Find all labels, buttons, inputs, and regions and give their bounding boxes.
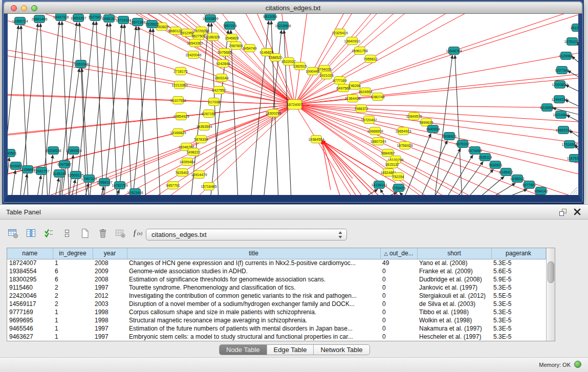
graph-node[interactable]: 12213383 [171,81,187,89]
citation-network-graph[interactable]: 1872400718300295193845542718176122133831… [8,14,578,195]
graph-node[interactable]: 19166829 [170,129,186,137]
graph-node[interactable]: 2935114 [478,154,492,161]
graph-node[interactable]: 1677552 [522,181,536,189]
graph-node[interactable]: 14355724 [12,17,28,25]
table-row[interactable]: 946554611997Estimation of the future num… [7,324,546,333]
graph-node[interactable]: 12093832 [552,81,568,89]
table-row[interactable]: 946362711997Embryonic stem cells: a mode… [7,333,546,341]
graph-node[interactable]: 6466160 [102,15,116,23]
graph-node[interactable]: 6879197 [455,140,469,148]
graph-node[interactable]: 20691406 [31,15,47,23]
graph-node[interactable]: 1498222 [186,148,200,156]
graph-node[interactable]: 3624554 [358,88,372,96]
graph-node[interactable]: 12849575 [406,113,422,120]
graph-node[interactable]: 9457791 [166,182,180,189]
graph-node[interactable]: 6497568 [336,84,350,92]
graph-node[interactable]: 18724007 [287,100,302,110]
graph-node[interactable]: 2803144 [214,74,228,82]
graph-node[interactable]: 9474444 [468,147,482,155]
graph-node[interactable]: 12444154 [551,96,567,103]
create-column-button[interactable] [79,228,91,240]
delete-table-button[interactable] [115,228,127,240]
resize-grip[interactable] [571,187,577,194]
table-selector-dropdown[interactable]: citations_edges.txt [146,229,347,240]
graph-node[interactable]: 9129966 [559,52,573,60]
graph-node[interactable]: 8186328 [206,33,220,41]
graph-node[interactable]: 1546828 [225,34,238,42]
graph-node[interactable]: 9777169 [333,77,346,84]
table-row[interactable]: 911546021997Tourette syndrome. Phenomeno… [7,283,546,292]
graph-node[interactable]: 2718176 [173,68,187,75]
graph-node[interactable]: 12325419 [332,29,347,37]
column-header-out_de[interactable]: △out_de... [380,248,417,259]
vertical-scrollbar[interactable] [546,248,555,341]
graph-node[interactable]: 1145194 [53,170,67,178]
table-row[interactable]: 1872400712008Changes of HCN gene express… [7,259,546,267]
column-header-year[interactable]: year [93,248,127,259]
column-header-short[interactable]: short [417,248,491,259]
graph-node[interactable]: 16782759 [112,182,127,189]
graph-node[interactable]: 17016504 [561,141,577,148]
graph-node[interactable]: 18437118 [53,14,69,21]
function-builder-button[interactable]: f(x) [133,228,145,240]
graph-node[interactable]: 15692971 [555,126,571,134]
scrollbar-thumb[interactable] [548,261,554,283]
graph-node[interactable]: 9827508 [191,32,205,40]
memory-status-icon[interactable] [574,361,581,368]
graph-node[interactable]: 7515526 [145,20,159,28]
graph-node[interactable]: 20206536 [45,147,61,155]
graph-node[interactable]: 8938923 [442,133,456,140]
window-titlebar[interactable]: citations_edges.txt [4,2,582,14]
column-header-in_degree[interactable]: in_degree [53,248,93,259]
graph-node[interactable]: 1588520 [268,54,282,61]
graph-node[interactable]: 7955812 [363,55,377,63]
graph-node[interactable]: 14136141 [371,181,387,189]
graph-node[interactable]: 1640934 [426,125,440,133]
table-row[interactable]: 1456911722003Disruption of a novel membe… [7,300,546,308]
table-row[interactable]: 1830029562008Estimation of significance … [7,275,546,283]
graph-node[interactable]: 16210643 [553,111,569,119]
graph-node[interactable]: 746266 [349,82,360,90]
float-panel-icon[interactable] [558,208,568,217]
graph-node[interactable]: 21364436 [344,95,360,102]
tab-edge-table[interactable]: Edge Table [267,345,314,355]
graph-node[interactable]: 1921028 [319,72,333,79]
graph-node[interactable]: 15716485 [201,183,216,190]
graph-node[interactable]: 1362615 [293,62,307,70]
graph-node[interactable]: 8813054 [263,14,277,20]
select-rows-button[interactable] [43,228,55,240]
graph-node[interactable]: 10719184 [115,16,131,24]
graph-node[interactable]: 8145412 [499,168,513,176]
column-header-name[interactable]: name [7,248,53,259]
table-row[interactable]: 969969511998Structural magnetic resonanc… [7,316,546,324]
graph-node[interactable]: 9097587 [57,161,71,168]
graph-node[interactable]: 1064142 [534,187,548,195]
graph-node[interactable]: 9245012 [510,175,524,183]
graph-node[interactable]: 8267150 [202,110,215,118]
graph-node[interactable]: 13640910 [344,37,360,45]
graph-node[interactable]: 12923446 [127,189,143,195]
graph-node[interactable]: 7857224 [223,22,236,30]
graph-node[interactable]: 8454749 [243,45,256,52]
graph-node[interactable]: 7632621 [488,161,502,169]
column-functions-button[interactable] [7,228,19,240]
show-columns-button[interactable] [25,228,37,240]
graph-node[interactable]: 19854925 [173,113,189,120]
graph-node[interactable]: 7986372 [354,105,368,113]
graph-node[interactable]: 917008 [208,98,220,106]
graph-node[interactable]: 5975685 [217,49,231,56]
graph-node[interactable]: 8427552 [212,86,226,94]
graph-node[interactable]: 21053346 [73,60,89,68]
close-panel-icon[interactable] [573,207,582,216]
tab-network-table[interactable]: Network Table [313,345,369,355]
graph-node[interactable]: 752254 [392,173,404,181]
graph-node[interactable]: 1512304 [570,24,578,32]
graph-node[interactable]: 10653287 [70,14,86,22]
graph-node[interactable]: 12942757 [33,167,49,175]
table-row[interactable]: 1938455462009Genome-wide association stu… [7,267,546,275]
table-row[interactable]: 977716911998Corpus callosum shape and si… [7,308,546,316]
table-row[interactable]: 2242004622012Investigating the contribut… [7,292,546,300]
graph-node[interactable]: 19218506 [275,22,291,30]
graph-node[interactable]: 1753426 [391,184,405,192]
graph-node[interactable]: 17359924 [66,147,81,155]
